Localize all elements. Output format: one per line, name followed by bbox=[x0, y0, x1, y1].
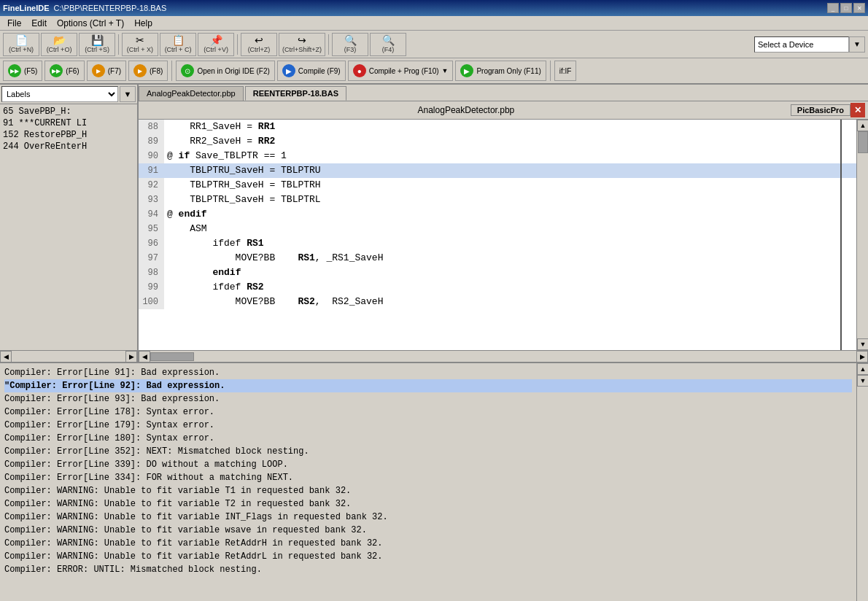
redo-label: (Ctrl+Shift+Z) bbox=[282, 46, 322, 53]
output-line: Compiler: Error[Line 339]: DO without a … bbox=[4, 458, 852, 471]
open-button[interactable]: 📂 (Ctrl +O) bbox=[41, 33, 77, 56]
code-content[interactable]: 88 RR1_SaveH = RR1 89 RR2_SaveH = RR2 90… bbox=[139, 120, 856, 350]
close-button[interactable]: ✕ bbox=[853, 3, 865, 13]
search2-button[interactable]: 🔍 (F4) bbox=[370, 33, 406, 56]
device-dropdown-button[interactable]: ▼ bbox=[849, 36, 865, 53]
f7-label: (F7) bbox=[108, 67, 121, 75]
compile-prog-icon: ● bbox=[353, 64, 366, 77]
vscroll-thumb[interactable] bbox=[858, 131, 868, 153]
code-line-91: 91 TBLPTRU_SaveH = TBLPTRU bbox=[139, 163, 856, 178]
new-button[interactable]: 📄 (Ctrl +N) bbox=[3, 33, 39, 56]
editor-active-file: AnalogPeakDetector.pbp bbox=[142, 105, 791, 115]
toolbar2-sep1 bbox=[171, 61, 172, 81]
compile-prog-button[interactable]: ● Compile + Prog (F10) ▼ bbox=[348, 61, 454, 81]
output-line: Compiler: Error[Line 178]: Syntax error. bbox=[4, 406, 852, 419]
menu-options[interactable]: Options (Ctrl + T) bbox=[53, 17, 128, 30]
save-label: (Ctrl +S) bbox=[85, 46, 109, 53]
output-vscroll[interactable]: ▲ ▼ bbox=[856, 363, 868, 601]
new-icon: 📄 bbox=[15, 35, 28, 45]
list-item[interactable]: 91 ***CURRENT LI bbox=[1, 117, 136, 129]
f7-button[interactable]: ▶ (F7) bbox=[87, 61, 126, 81]
code-line-98: 98 endif bbox=[139, 265, 856, 280]
list-item[interactable]: 244 OverReEnterH bbox=[1, 141, 136, 152]
editor-vscroll[interactable]: ▲ ▼ bbox=[856, 120, 868, 350]
f8-icon: ▶ bbox=[133, 64, 147, 77]
code-line-89: 89 RR2_SaveH = RR2 bbox=[139, 134, 856, 149]
hscroll-track[interactable] bbox=[150, 351, 856, 362]
copy-button[interactable]: 📋 (Ctrl + C) bbox=[160, 33, 196, 56]
code-line-95: 95 ASM bbox=[139, 222, 856, 236]
hscroll-left[interactable]: ◀ bbox=[139, 351, 150, 362]
toolbar-row1: 📄 (Ctrl +N) 📂 (Ctrl +O) 💾 (Ctrl +S) ✂ (C… bbox=[0, 31, 868, 58]
cut-button[interactable]: ✂ (Ctrl + X) bbox=[122, 33, 158, 56]
tab-reenter[interactable]: REENTERPBP-18.BAS bbox=[245, 86, 346, 101]
editor-close-button[interactable]: ✕ bbox=[850, 103, 865, 117]
vscroll-track[interactable] bbox=[857, 131, 868, 338]
undo-button[interactable]: ↩ (Ctrl+Z) bbox=[241, 33, 277, 56]
output-line: Compiler: Error[Line 334]: FOR without a… bbox=[4, 471, 852, 484]
code-line-99: 99 ifdef RS2 bbox=[139, 280, 856, 295]
menu-file[interactable]: File bbox=[3, 17, 26, 30]
window-controls[interactable]: _ □ ✕ bbox=[827, 3, 865, 13]
code-line-100: 100 MOVE?BB RS2, RS2_SaveH bbox=[139, 295, 856, 309]
hscroll-thumb[interactable] bbox=[150, 352, 194, 361]
device-input[interactable] bbox=[754, 36, 849, 53]
list-item[interactable]: 152 RestorePBP_H bbox=[1, 129, 136, 141]
output-content[interactable]: Compiler: Error[Line 91]: Bad expression… bbox=[0, 363, 856, 601]
output-vscroll-down[interactable]: ▼ bbox=[857, 375, 868, 387]
tab-analog[interactable]: AnalogPeakDetector.pbp bbox=[139, 86, 244, 101]
paste-button[interactable]: 📌 (Ctrl +V) bbox=[198, 33, 234, 56]
search-button[interactable]: 🔍 (F3) bbox=[332, 33, 368, 56]
f6-button[interactable]: ▶▶ (F6) bbox=[44, 61, 84, 81]
compile-prog-dropdown-icon[interactable]: ▼ bbox=[442, 67, 449, 74]
open-orig-ide-label: Open in Origi IDE (F2) bbox=[197, 67, 269, 75]
code-line-96: 96 ifdef RS1 bbox=[139, 236, 856, 251]
minimize-button[interactable]: _ bbox=[827, 3, 839, 13]
f8-button[interactable]: ▶ (F8) bbox=[128, 61, 168, 81]
list-item[interactable]: 65 SavePBP_H: bbox=[1, 106, 136, 117]
menu-help[interactable]: Help bbox=[130, 17, 157, 30]
vertical-rule bbox=[840, 120, 842, 350]
sidebar-hscroll-track[interactable] bbox=[12, 351, 125, 362]
code-line-93: 93 TBLPTRL_SaveH = TBLPTRL bbox=[139, 193, 856, 207]
maximize-button[interactable]: □ bbox=[840, 3, 852, 13]
f5-button[interactable]: ▶▶ (F5) bbox=[3, 61, 42, 81]
output-line: Compiler: Error[Line 352]: NEXT: Mismatc… bbox=[4, 445, 852, 458]
if-if-button[interactable]: if:IF bbox=[554, 61, 577, 81]
compile-prog-label: Compile + Prog (F10) bbox=[369, 67, 439, 75]
search-icon: 🔍 bbox=[344, 35, 357, 45]
copy-label: (Ctrl + C) bbox=[165, 46, 192, 53]
save-button[interactable]: 💾 (Ctrl +S) bbox=[79, 33, 115, 56]
undo-icon: ↩ bbox=[255, 35, 263, 45]
sidebar-header: Labels ▼ bbox=[0, 85, 137, 104]
menu-edit[interactable]: Edit bbox=[27, 17, 51, 30]
tab-bar: AnalogPeakDetector.pbp REENTERPBP-18.BAS bbox=[139, 85, 868, 101]
f6-icon: ▶▶ bbox=[50, 64, 63, 77]
compiler-button[interactable]: PicBasicPro bbox=[791, 104, 850, 116]
code-line-90: 90 @ if Save_TBLPTR == 1 bbox=[139, 149, 856, 163]
sidebar-hscroll-right[interactable]: ▶ bbox=[125, 351, 137, 362]
redo-button[interactable]: ↪ (Ctrl+Shift+Z) bbox=[279, 33, 325, 56]
paste-label: (Ctrl +V) bbox=[204, 46, 228, 53]
output-line: Compiler: Error[Line 93]: Bad expression… bbox=[4, 392, 852, 406]
sidebar-dropdown[interactable]: Labels bbox=[1, 86, 118, 102]
toolbar-sep1 bbox=[118, 34, 119, 55]
open-icon: 📂 bbox=[53, 35, 66, 45]
hscroll-right[interactable]: ▶ bbox=[856, 351, 868, 362]
vscroll-up[interactable]: ▲ bbox=[857, 120, 868, 131]
open-orig-ide-button[interactable]: ⊙ Open in Origi IDE (F2) bbox=[176, 61, 274, 81]
search2-label: (F4) bbox=[382, 46, 395, 53]
sidebar-hscroll-left[interactable]: ◀ bbox=[0, 351, 12, 362]
compile-button[interactable]: ▶ Compile (F9) bbox=[277, 61, 346, 81]
vscroll-down[interactable]: ▼ bbox=[857, 338, 868, 350]
output-line: Compiler: WARNING: Unable to fit variabl… bbox=[4, 537, 852, 550]
output-vscroll-up[interactable]: ▲ bbox=[857, 363, 868, 375]
menu-bar: File Edit Options (Ctrl + T) Help bbox=[0, 16, 868, 31]
sidebar-dropdown-button[interactable]: ▼ bbox=[120, 86, 136, 102]
prog-only-button[interactable]: ▶ Program Only (F11) bbox=[455, 61, 546, 81]
device-selector[interactable]: ▼ bbox=[754, 36, 865, 53]
output-line: Compiler: WARNING: Unable to fit variabl… bbox=[4, 511, 852, 524]
f5-label: (F5) bbox=[24, 67, 37, 75]
main-area: Labels ▼ 65 SavePBP_H: 91 ***CURRENT LI … bbox=[0, 85, 868, 362]
output-line: Compiler: WARNING: Unable to fit variabl… bbox=[4, 484, 852, 497]
